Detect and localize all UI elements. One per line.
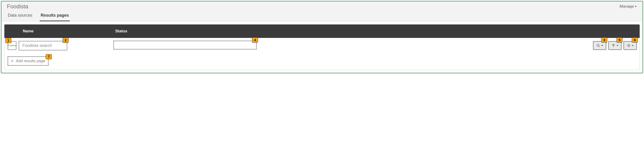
- results-table: Name Status 1 Foodista 2 Foodista search: [4, 24, 640, 70]
- header-region: Foodista Manage Data sources Results pag…: [2, 2, 642, 22]
- status-wrap: 4: [67, 41, 593, 50]
- title-row: Foodista Manage: [2, 2, 642, 11]
- row-status: [114, 41, 257, 50]
- annotation-badge: 5: [616, 38, 622, 42]
- manage-label: Manage: [620, 4, 634, 9]
- gear-icon: [627, 44, 631, 48]
- thumb-wrap: 1 Foodista: [7, 41, 16, 50]
- plus-icon: +: [11, 59, 14, 63]
- content-area: Name Status 1 Foodista 2 Foodista search: [2, 22, 642, 73]
- add-results-page-button[interactable]: + Add results page: [8, 56, 48, 66]
- annotation-badge: 4: [252, 38, 258, 42]
- upload-icon: [612, 44, 616, 48]
- chevron-down-icon: [632, 45, 634, 46]
- table-row: 1 Foodista 2 Foodista search 4: [4, 38, 640, 53]
- row-actions: 3 5: [593, 41, 637, 50]
- annotation-badge: 6: [632, 38, 638, 42]
- page-title: Foodista: [7, 3, 28, 10]
- column-header-name: Name: [20, 29, 112, 34]
- tab-results-pages[interactable]: Results pages: [40, 11, 70, 21]
- annotation-badge: 2: [62, 38, 68, 43]
- annotation-badge: 3: [601, 38, 607, 42]
- thumbnail-image: Foodista: [8, 44, 16, 47]
- table-header: Name Status: [4, 24, 640, 38]
- name-wrap: 2 Foodista search: [16, 41, 67, 50]
- tab-data-sources[interactable]: Data sources: [7, 11, 33, 21]
- chevron-down-icon: [601, 45, 603, 46]
- main-panel: Foodista Manage Data sources Results pag…: [1, 1, 643, 73]
- svg-point-0: [597, 44, 599, 46]
- column-header-status: Status: [112, 29, 584, 34]
- manage-dropdown[interactable]: Manage: [618, 3, 638, 10]
- svg-line-1: [599, 46, 600, 47]
- add-row: 7 + Add results page: [4, 53, 640, 70]
- tabs: Data sources Results pages: [2, 11, 642, 21]
- annotation-badge: 1: [5, 38, 11, 43]
- chevron-down-icon: [616, 45, 618, 46]
- annotation-badge: 7: [46, 54, 52, 59]
- row-name-link[interactable]: Foodista search: [19, 41, 67, 50]
- search-icon: [596, 44, 600, 48]
- add-button-label: Add results page: [16, 59, 46, 63]
- chevron-down-icon: [635, 6, 636, 7]
- svg-point-4: [628, 45, 630, 46]
